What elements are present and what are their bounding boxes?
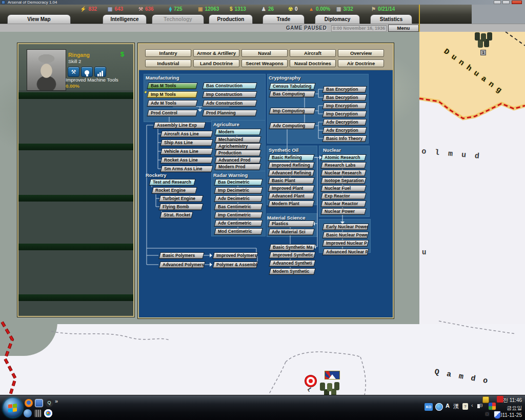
- tech-item[interactable]: Bas Decryption: [322, 94, 367, 101]
- tech-item[interactable]: Imp Computing: [269, 108, 315, 114]
- tech-tab-land-doctrine[interactable]: Land Doctrine: [193, 59, 239, 67]
- tech-item[interactable]: Advanced Plant: [268, 193, 314, 199]
- tech-item[interactable]: Basic Plant: [268, 177, 314, 184]
- tech-item[interactable]: Improved Plant: [268, 185, 314, 192]
- tech-item[interactable]: Research Labs: [320, 162, 366, 169]
- tech-item[interactable]: Rocket Engine: [151, 187, 197, 194]
- map-south-region[interactable]: [0, 324, 525, 395]
- tech-item[interactable]: Imp Encryption: [322, 103, 367, 109]
- tech-item[interactable]: Assembly Line Exp: [153, 122, 206, 129]
- media-player-icon[interactable]: Q: [45, 399, 53, 407]
- ime-globe-icon[interactable]: [435, 403, 443, 411]
- tech-item[interactable]: Census Tabulating: [269, 83, 315, 90]
- chrome-icon[interactable]: [44, 409, 52, 417]
- window-titlebar[interactable]: Arsenal of Democracy 1.04: [0, 0, 525, 5]
- tech-item[interactable]: Bas Computing: [269, 91, 315, 97]
- tech-item[interactable]: Nuclear Reactor: [320, 201, 366, 207]
- tab-production[interactable]: Production: [209, 14, 253, 24]
- tech-item[interactable]: Test and Research: [149, 179, 195, 186]
- movie-maker-icon[interactable]: [34, 409, 42, 417]
- capital-marker[interactable]: [305, 375, 316, 387]
- tech-item[interactable]: Imp Decimetric: [214, 187, 262, 194]
- tech-item[interactable]: Basic Polymers: [158, 252, 204, 259]
- lightbulb-icon[interactable]: [81, 67, 93, 77]
- tech-item[interactable]: Improved Synthetic: [269, 252, 315, 258]
- maximize-button[interactable]: [502, 1, 510, 4]
- firefox-icon[interactable]: [25, 399, 33, 407]
- tech-item[interactable]: Basic Info Theory: [322, 135, 367, 142]
- tech-tab-air-doctrine[interactable]: Air Doctrine: [338, 59, 384, 67]
- tech-item[interactable]: Atomic Research: [320, 154, 366, 161]
- ime-help-icon[interactable]: ?: [462, 403, 468, 410]
- tech-tab-armor-artillery[interactable]: Armor & Artillery: [193, 49, 239, 57]
- tech-item[interactable]: Nuclear Research: [320, 170, 366, 176]
- date-time-display[interactable]: 0:00 November 16, 1936: [331, 25, 387, 32]
- tech-item[interactable]: Early Nuclear Power: [322, 224, 369, 230]
- tech-item[interactable]: Adv Material Sci: [268, 229, 314, 235]
- tray-chevron-icon[interactable]: ‹: [471, 402, 473, 408]
- tab-technology[interactable]: Technology: [152, 14, 204, 24]
- tech-item[interactable]: Basic Nuclear Powe: [322, 232, 369, 238]
- display-icon[interactable]: [35, 399, 43, 407]
- tech-item[interactable]: Polymer & Assembly: [212, 262, 258, 268]
- ime-alpha-icon[interactable]: A: [446, 403, 450, 409]
- tech-item[interactable]: Advanced Refining: [268, 170, 314, 176]
- tech-item[interactable]: Strat. Rocket: [159, 212, 193, 218]
- tech-tab-secret-weapons[interactable]: Secret Weapons: [241, 59, 288, 67]
- tab-view-map[interactable]: View Map: [7, 14, 71, 24]
- tech-item[interactable]: Modern Synthetic: [269, 268, 315, 275]
- tech-item[interactable]: Imp Centimetric: [214, 212, 262, 218]
- tech-item[interactable]: Advanced Prod: [214, 157, 261, 164]
- tech-item[interactable]: Plastics: [268, 221, 314, 227]
- tech-item[interactable]: Vehicle Ass Line: [160, 148, 213, 155]
- tab-trade[interactable]: Trade: [262, 14, 305, 24]
- tech-item[interactable]: Basic Refining: [268, 154, 314, 161]
- tech-item[interactable]: Rocket Ass Line: [160, 157, 213, 164]
- close-button[interactable]: [512, 1, 522, 4]
- tech-item[interactable]: Improved Refining: [268, 162, 314, 169]
- tech-team-card[interactable]: Ringang Skill 2 $ ⚒ Improved Machine Too…: [18, 44, 133, 90]
- tech-item[interactable]: Agrichemistry: [214, 143, 261, 150]
- tech-item[interactable]: Aircraft Ass Line: [160, 131, 213, 137]
- tech-item[interactable]: Improved Nuclear P: [322, 240, 369, 247]
- tech-item[interactable]: Production: [214, 150, 261, 156]
- adobe-tray-icon[interactable]: [497, 396, 503, 403]
- tech-item[interactable]: Nuclear Fuel: [320, 185, 366, 192]
- tab-diplomacy[interactable]: Diplomacy: [315, 14, 360, 24]
- tech-item[interactable]: Turbojet Engine: [158, 195, 203, 202]
- tech-item[interactable]: Bas Centimetric: [214, 204, 262, 210]
- tech-item[interactable]: Flying Bomb: [158, 204, 203, 210]
- start-button[interactable]: [3, 398, 23, 417]
- tab-intelligence[interactable]: Intelligence: [103, 14, 147, 24]
- tech-item[interactable]: Bas M Tools: [147, 83, 197, 89]
- unit-count-badge[interactable]: 1: [480, 50, 486, 55]
- tab-statistics[interactable]: Statistics: [370, 14, 412, 24]
- tech-item[interactable]: Adv Encryption: [322, 127, 367, 134]
- tech-item[interactable]: Adv Centimetric: [214, 220, 262, 227]
- wrench-icon[interactable]: ⚒: [68, 67, 79, 77]
- minimize-button[interactable]: [494, 1, 501, 4]
- tech-item[interactable]: Basic Synthetic Ma: [269, 244, 315, 251]
- graphics-tray-icon[interactable]: [488, 402, 496, 410]
- tech-item[interactable]: Nuclear Power: [320, 208, 366, 215]
- tech-item[interactable]: Bas Decimetric: [214, 179, 262, 186]
- tech-tab-aircraft[interactable]: Aircraft: [290, 49, 336, 57]
- tech-item[interactable]: Adv Decryption: [322, 119, 367, 126]
- tech-item[interactable]: Imp M Tools: [147, 91, 197, 98]
- tech-item[interactable]: Bas Encryption: [322, 86, 367, 93]
- tech-item[interactable]: Adv M Tools: [147, 100, 197, 107]
- tech-item[interactable]: Improved Polymers: [212, 252, 258, 259]
- chart-icon[interactable]: [94, 67, 106, 77]
- tech-item[interactable]: Adv Computing: [269, 123, 315, 129]
- tech-tab-infantry[interactable]: Infantry: [145, 49, 191, 57]
- tech-item[interactable]: Modern Prod: [214, 164, 261, 170]
- tech-item[interactable]: Prod Control: [147, 110, 197, 116]
- tech-item[interactable]: Sm Arms Ass Line: [160, 166, 213, 172]
- tech-item[interactable]: Bas Construction: [202, 83, 257, 89]
- ime-korean-icon[interactable]: KO: [425, 403, 433, 411]
- tech-tab-industrial[interactable]: Industrial: [145, 59, 191, 67]
- tech-item[interactable]: Modern Plant: [268, 201, 314, 207]
- tech-item[interactable]: Adv Construction: [202, 100, 257, 107]
- tech-item[interactable]: Advanced Nuclear P: [322, 249, 369, 255]
- tech-item[interactable]: Imp Construction: [202, 91, 257, 98]
